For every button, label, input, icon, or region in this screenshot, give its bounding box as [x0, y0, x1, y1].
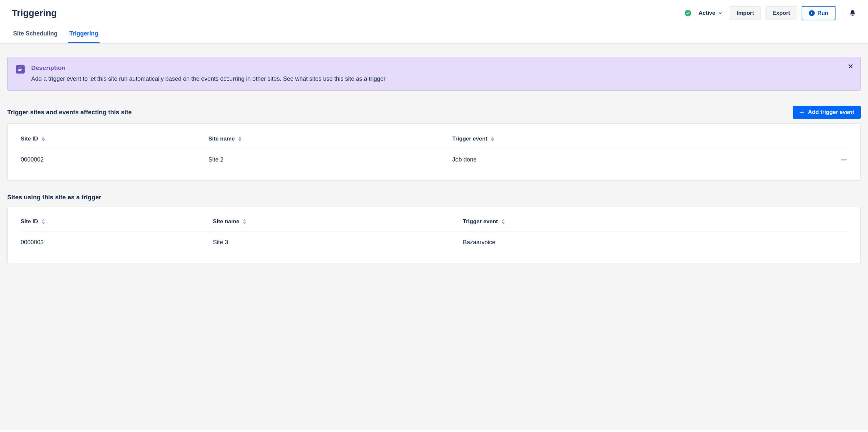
- col-site-id[interactable]: Site ID: [21, 218, 213, 225]
- description-panel: Description Add a trigger event to let t…: [7, 57, 861, 91]
- status-ok-icon: [685, 10, 691, 16]
- sort-icon: [491, 136, 494, 141]
- col-site-name-label: Site name: [208, 136, 235, 142]
- col-trigger-event-label: Trigger event: [453, 136, 488, 142]
- col-site-name-label: Site name: [213, 218, 239, 225]
- cell-trigger-event: Bazaarvoice: [463, 239, 847, 246]
- play-icon: [809, 10, 815, 16]
- page-title: Triggering: [12, 8, 57, 19]
- col-trigger-event[interactable]: Trigger event: [453, 136, 828, 142]
- status-dropdown[interactable]: Active: [696, 8, 725, 19]
- run-label: Run: [817, 10, 828, 16]
- cell-site-id: 0000003: [21, 239, 213, 246]
- col-trigger-event-label: Trigger event: [463, 218, 498, 225]
- col-site-id[interactable]: Site ID: [21, 136, 208, 142]
- add-trigger-event-label: Add trigger event: [808, 109, 854, 115]
- notifications-icon[interactable]: [849, 9, 856, 17]
- row-actions-icon[interactable]: [828, 156, 847, 163]
- content: Description Add a trigger event to let t…: [0, 44, 868, 430]
- description-icon: [16, 65, 25, 73]
- svg-rect-2: [19, 70, 21, 71]
- cell-site-name: Site 2: [208, 156, 453, 163]
- section1-title: Trigger sites and events affecting this …: [7, 109, 132, 116]
- sort-icon: [243, 219, 246, 224]
- chevron-down-icon: [718, 11, 722, 15]
- cell-site-id: 0000002: [21, 156, 208, 163]
- tabs: Site Scheduling Triggering: [0, 20, 868, 44]
- description-body: Description Add a trigger event to let t…: [31, 64, 387, 83]
- status-label: Active: [699, 10, 715, 16]
- sort-icon: [501, 219, 505, 224]
- trigger-sites-table: Site ID Site name Trigger event 0000002 …: [7, 124, 861, 180]
- svg-rect-1: [19, 69, 22, 70]
- description-text: Add a trigger event to let this site run…: [31, 75, 387, 83]
- sort-icon: [238, 136, 242, 141]
- col-site-id-label: Site ID: [21, 218, 38, 225]
- section2: Sites using this site as a trigger Site …: [7, 194, 861, 263]
- tab-site-scheduling[interactable]: Site Scheduling: [12, 28, 59, 43]
- import-button[interactable]: Import: [730, 6, 761, 20]
- table-row: 0000002 Site 2 Job done: [21, 149, 847, 170]
- cell-trigger-event: Job done: [453, 156, 828, 163]
- add-trigger-event-button[interactable]: Add trigger event: [793, 106, 861, 119]
- col-trigger-event[interactable]: Trigger event: [463, 218, 847, 225]
- divider: [842, 8, 842, 18]
- export-button[interactable]: Export: [766, 6, 797, 20]
- table-header: Site ID Site name Trigger event: [21, 127, 847, 149]
- svg-point-3: [841, 159, 843, 161]
- header-actions: Active Import Export Run: [685, 6, 856, 20]
- table-header: Site ID Site name Trigger event: [21, 210, 847, 232]
- col-site-name[interactable]: Site name: [213, 218, 463, 225]
- table-row: 0000003 Site 3 Bazaarvoice: [21, 232, 847, 253]
- cell-site-name: Site 3: [213, 239, 463, 246]
- col-site-name[interactable]: Site name: [208, 136, 453, 142]
- section1-header: Trigger sites and events affecting this …: [7, 106, 861, 119]
- description-title: Description: [31, 64, 387, 72]
- used-by-table: Site ID Site name Trigger event 0000003 …: [7, 206, 861, 263]
- plus-icon: [799, 110, 805, 115]
- svg-rect-0: [19, 68, 22, 68]
- svg-point-5: [845, 159, 847, 161]
- svg-point-4: [843, 159, 845, 161]
- sort-icon: [41, 136, 45, 141]
- tab-triggering[interactable]: Triggering: [68, 28, 99, 43]
- sort-icon: [41, 219, 45, 224]
- close-icon[interactable]: [848, 63, 853, 71]
- col-site-id-label: Site ID: [21, 136, 38, 142]
- run-button[interactable]: Run: [802, 6, 835, 20]
- section2-title: Sites using this site as a trigger: [7, 194, 861, 201]
